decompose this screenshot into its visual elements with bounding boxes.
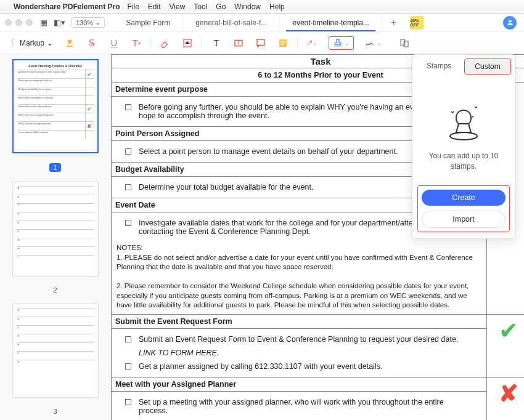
menu-view[interactable]: View <box>170 2 186 11</box>
tab-sample-form[interactable]: Sample Form <box>113 15 183 31</box>
text-tool-icon[interactable]: T <box>211 38 222 49</box>
thumbnail-sidebar: Event Planning Timeline & Checklist Dete… <box>0 54 111 420</box>
app-name: Wondershare PDFelement Pro <box>14 2 120 11</box>
titlebar: ▦ ◧▾ 130%⌄ Sample Form general-bill-of-s… <box>0 14 524 32</box>
stamp-panel: Stamps Custom You can add up to 10 stamp… <box>412 54 515 239</box>
close-window-icon[interactable] <box>5 19 12 26</box>
highlight-tool-icon[interactable] <box>64 38 75 49</box>
task-item: Get a planner assigned by calling 612.33… <box>139 362 473 371</box>
minimize-window-icon[interactable] <box>15 19 22 26</box>
thumbnails-icon[interactable]: ▦ <box>40 18 47 27</box>
chevron-down-icon: ⌄ <box>47 39 53 47</box>
strikethrough-tool-icon[interactable]: S̶ <box>86 38 97 49</box>
task-item: Set up a meeting with your assigned plan… <box>139 398 473 415</box>
caret-tool-icon[interactable]: T▴ <box>131 38 142 49</box>
thumb-title: Event Planning Timeline & Checklist <box>17 64 94 68</box>
svg-text:T: T <box>237 40 240 46</box>
section-title: Submit the Event Request Form <box>112 314 487 328</box>
page-thumbnail-3[interactable]: AB CD EF G <box>12 304 99 398</box>
zoom-value: 130% <box>76 19 93 26</box>
textbox-tool-icon[interactable]: T <box>233 38 244 49</box>
notes-text: NOTES: 1. PLEASE do not select and/or ad… <box>117 243 481 310</box>
promo-badge[interactable]: 40% OFF <box>410 16 424 30</box>
checkbox-icon[interactable] <box>125 363 131 370</box>
eraser-tool-icon[interactable] <box>160 38 171 49</box>
panel-actions: Create Import <box>417 185 510 232</box>
chevron-down-icon: ⌄ <box>95 18 100 26</box>
import-stamp-button[interactable]: Import <box>422 211 506 228</box>
compare-tool-icon[interactable] <box>399 38 410 49</box>
task-item: Submit an Event Request Form to Event & … <box>139 335 473 344</box>
checkbox-icon[interactable] <box>125 399 131 405</box>
signature-tool-icon[interactable]: ⌄ <box>365 38 382 48</box>
checkbox-icon[interactable] <box>125 336 131 342</box>
callout-tool-icon[interactable] <box>255 38 266 49</box>
checkmark-stamp-icon[interactable]: ✔ <box>487 314 525 377</box>
menu-window[interactable]: Window <box>234 2 261 11</box>
page-thumbnail-2[interactable]: AB CD EF GH I <box>12 182 99 276</box>
svg-rect-4 <box>257 39 264 45</box>
checkbox-icon[interactable] <box>125 104 131 110</box>
arrow-tool-icon[interactable]: ⌄ <box>306 38 317 49</box>
stamp-illustration-icon <box>445 99 482 142</box>
tab-event-timeline[interactable]: event-timeline-templa... <box>280 15 382 31</box>
menu-tool[interactable]: Tool <box>194 2 207 11</box>
layout-icon[interactable]: ◧▾ <box>54 18 65 27</box>
markup-label: Markup <box>20 39 44 47</box>
area-erase-tool-icon[interactable] <box>182 38 193 49</box>
checkbox-icon[interactable] <box>125 184 131 190</box>
cross-stamp-icon[interactable]: ✘ <box>487 377 525 420</box>
user-avatar[interactable] <box>503 16 517 30</box>
tab-bill-of-sale[interactable]: general-bill-of-sale-f... <box>183 15 280 31</box>
svg-point-8 <box>450 132 477 140</box>
link-text: LINK TO FORM HERE. <box>139 349 473 357</box>
zoom-select[interactable]: 130%⌄ <box>72 17 105 28</box>
document-tabs: Sample Form general-bill-of-sale-f... ev… <box>113 15 503 31</box>
sticky-note-tool-icon[interactable] <box>277 38 289 49</box>
checkbox-icon[interactable] <box>125 220 131 226</box>
page-number-3: 3 <box>53 408 57 415</box>
page-number-2: 2 <box>53 286 57 294</box>
chevron-down-icon: ⌄ <box>345 40 350 46</box>
checkbox-icon[interactable] <box>125 148 131 155</box>
stamps-tab[interactable]: Stamps <box>416 59 462 75</box>
markup-mode-select[interactable]: Markup⌄ <box>20 39 53 47</box>
menu-file[interactable]: File <box>128 2 139 11</box>
menu-go[interactable]: Go <box>216 2 226 11</box>
back-button[interactable]: 〈 <box>6 38 15 49</box>
maximize-window-icon[interactable] <box>26 19 33 26</box>
page-thumbnail-1[interactable]: Event Planning Timeline & Checklist Dete… <box>12 59 99 153</box>
menu-help[interactable]: Help <box>269 2 285 11</box>
create-stamp-button[interactable]: Create <box>422 190 506 206</box>
panel-message: You can add up to 10 stamps. <box>420 151 507 172</box>
add-tab-button[interactable]: + <box>382 17 405 28</box>
underline-tool-icon[interactable]: U <box>108 38 120 49</box>
section-title: Meet with your Assigned Planner <box>112 377 487 391</box>
custom-tab[interactable]: Custom <box>464 59 511 75</box>
page-number-1[interactable]: 1 <box>49 163 60 172</box>
window-controls <box>5 19 33 26</box>
svg-point-0 <box>509 20 511 22</box>
annotation-toolbar: 〈 Markup⌄ S̶ U T▴ T T ⌄ ⌄ ⌄ <box>0 32 524 54</box>
stamp-tool-button[interactable]: ⌄ <box>329 36 354 50</box>
macos-menubar: Wondershare PDFelement Pro File Edit Vie… <box>0 0 524 14</box>
menu-edit[interactable]: Edit <box>148 2 161 11</box>
